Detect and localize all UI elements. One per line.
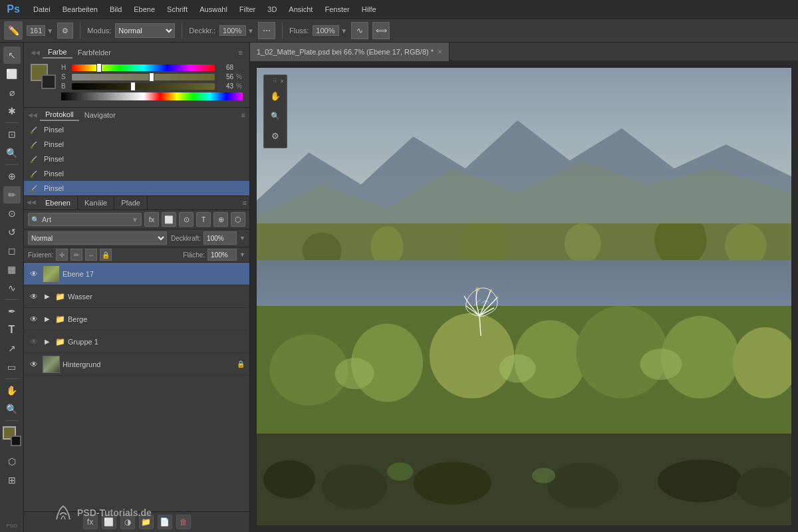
- fix-art-btn[interactable]: ↔: [85, 249, 97, 261]
- layer-fx-bottom-btn[interactable]: fx: [83, 515, 98, 529]
- tool-move[interactable]: ↖: [3, 47, 21, 64]
- opacity-dropdown-arrow[interactable]: ▼: [239, 235, 245, 241]
- menu-3d[interactable]: 3D: [262, 3, 282, 16]
- layer-blend-mode-select[interactable]: Normal: [28, 231, 167, 245]
- layer-item-ebene17[interactable]: 👁 Ebene 17: [24, 263, 249, 285]
- mini-tool-zoom[interactable]: 🔍: [266, 106, 285, 125]
- mini-close-btn[interactable]: ×: [280, 78, 284, 85]
- color-panel-menu[interactable]: ≡: [239, 49, 243, 57]
- smoothing-btn[interactable]: ∿: [351, 22, 368, 39]
- layer-mask-btn[interactable]: ⬜: [162, 212, 176, 227]
- brightness-slider[interactable]: [72, 83, 215, 90]
- tool-shape[interactable]: ▭: [3, 358, 21, 376]
- tool-hand[interactable]: ✋: [3, 382, 21, 399]
- history-item-4[interactable]: Pinsel: [24, 181, 249, 196]
- opacity-dropdown[interactable]: ▼: [247, 27, 254, 35]
- history-tab-navigator[interactable]: Navigator: [79, 110, 121, 120]
- layer-attr-btn[interactable]: ⊕: [213, 212, 228, 227]
- layer-expand-berge[interactable]: ▶: [43, 315, 52, 324]
- layers-panel-menu[interactable]: ≡: [240, 196, 249, 209]
- blend-mode-select[interactable]: Normal Multiplizieren Abblenden: [115, 23, 175, 38]
- mini-drag-handle[interactable]: ⠿: [273, 78, 277, 85]
- layer-color-btn[interactable]: ⬡: [231, 212, 245, 227]
- tool-blur[interactable]: ∿: [3, 279, 21, 297]
- brush-size-display[interactable]: 161: [27, 25, 45, 36]
- flow-display[interactable]: 100%: [313, 25, 339, 36]
- tool-crop[interactable]: ⊡: [3, 126, 21, 143]
- menu-auswahl[interactable]: Auswahl: [194, 3, 233, 16]
- layer-eye-gruppe1[interactable]: 👁: [28, 336, 40, 348]
- tool-screen-mode[interactable]: ⊞: [3, 471, 21, 489]
- layers-tab-ebenen[interactable]: Ebenen: [39, 196, 78, 209]
- layer-adjust-btn[interactable]: ◑: [120, 515, 135, 529]
- menu-hilfe[interactable]: Hilfe: [356, 3, 382, 16]
- tool-clone[interactable]: ⊙: [3, 205, 21, 222]
- layer-eye-ebene17[interactable]: 👁: [28, 268, 40, 280]
- brush-tool-icon[interactable]: ✏️: [4, 21, 23, 40]
- layer-type-btn[interactable]: T: [196, 212, 211, 227]
- fix-draw-btn[interactable]: ✏: [70, 249, 82, 261]
- symmetry-btn[interactable]: ⟺: [372, 22, 390, 39]
- layer-new-btn[interactable]: 📄: [158, 515, 172, 529]
- background-color-chip[interactable]: [11, 436, 21, 446]
- menu-fenster[interactable]: Fenster: [319, 3, 354, 16]
- mini-tool-hand[interactable]: ✋: [266, 86, 285, 105]
- menu-bearbeiten[interactable]: Bearbeiten: [57, 3, 103, 16]
- menu-ebene[interactable]: Ebene: [128, 3, 160, 16]
- menu-filter[interactable]: Filter: [234, 3, 261, 16]
- tool-eraser[interactable]: ◻: [3, 242, 21, 259]
- brush-size-dropdown[interactable]: ▼: [47, 27, 53, 35]
- fix-pos-btn[interactable]: ✛: [56, 249, 68, 261]
- fill-dropdown[interactable]: ▼: [239, 251, 245, 258]
- layer-delete-btn[interactable]: 🗑: [176, 515, 191, 529]
- history-item-0[interactable]: Pinsel: [24, 122, 249, 137]
- layer-mask-bottom-btn[interactable]: ⬜: [102, 515, 116, 529]
- tool-path-select[interactable]: ↗: [3, 340, 21, 357]
- tool-quick-mask[interactable]: ⬡: [3, 453, 21, 470]
- layers-tab-pfade[interactable]: Pfade: [114, 196, 148, 209]
- tool-select-rect[interactable]: ⬜: [3, 65, 21, 82]
- menu-bild[interactable]: Bild: [104, 3, 127, 16]
- layer-opacity-value[interactable]: 100%: [203, 231, 237, 245]
- layer-expand-wasser[interactable]: ▶: [43, 292, 52, 301]
- history-item-1[interactable]: Pinsel: [24, 137, 249, 152]
- tool-pen[interactable]: ✒: [3, 303, 21, 320]
- layer-item-wasser[interactable]: 👁 ▶ 📁 Wasser: [24, 285, 249, 308]
- flow-dropdown[interactable]: ▼: [340, 27, 347, 35]
- tool-magic-wand[interactable]: ✱: [3, 102, 21, 120]
- history-item-2[interactable]: Pinsel: [24, 152, 249, 166]
- layer-group-btn[interactable]: 📁: [139, 515, 154, 529]
- fill-value[interactable]: 100%: [207, 249, 237, 261]
- color-tab-farbfelder[interactable]: Farbfelder: [72, 47, 116, 58]
- brightness-thumb[interactable]: [130, 82, 136, 91]
- panel-collapse-arrow[interactable]: ◀◀: [31, 49, 40, 56]
- fix-all-btn[interactable]: 🔒: [100, 249, 112, 261]
- history-item-3[interactable]: Pinsel: [24, 166, 249, 181]
- opacity-display[interactable]: 100%: [219, 25, 246, 36]
- layers-filter-value[interactable]: Art: [42, 215, 51, 223]
- tool-zoom[interactable]: 🔍: [3, 400, 21, 418]
- history-tab-protokoll[interactable]: Protokoll: [40, 109, 79, 121]
- layer-item-gruppe1[interactable]: 👁 ▶ 📁 Gruppe 1: [24, 331, 249, 353]
- menu-schrift[interactable]: Schrift: [162, 3, 193, 16]
- tool-brush[interactable]: ✏: [3, 186, 21, 203]
- layer-eye-wasser[interactable]: 👁: [28, 291, 40, 303]
- menu-ansicht[interactable]: Ansicht: [283, 3, 318, 16]
- menu-datei[interactable]: Datei: [28, 3, 56, 16]
- tool-history-brush[interactable]: ↺: [3, 223, 21, 241]
- tab-close-btn[interactable]: ×: [438, 47, 442, 57]
- canvas-tab[interactable]: 1_02_Matte_Plate.psd bei 66.7% (Ebene 17…: [250, 43, 450, 61]
- layers-collapse-arrow[interactable]: ◀◀: [24, 196, 39, 209]
- brush-options-btn[interactable]: ⚙: [57, 23, 73, 39]
- history-collapse-arrow[interactable]: ◀◀: [28, 112, 37, 118]
- hue-thumb[interactable]: [96, 63, 102, 72]
- color-spectrum-bar[interactable]: [61, 92, 243, 100]
- layer-eye-hintergrund[interactable]: 👁: [28, 358, 40, 370]
- background-swatch[interactable]: [41, 74, 56, 89]
- airbrush-btn[interactable]: ⋯: [258, 22, 275, 39]
- tool-gradient[interactable]: ▦: [3, 261, 21, 278]
- saturation-slider[interactable]: [72, 74, 215, 80]
- tool-healing[interactable]: ⊕: [3, 168, 21, 185]
- layer-item-berge[interactable]: 👁 ▶ 📁 Berge: [24, 308, 249, 331]
- layer-fx-btn[interactable]: fx: [144, 212, 159, 227]
